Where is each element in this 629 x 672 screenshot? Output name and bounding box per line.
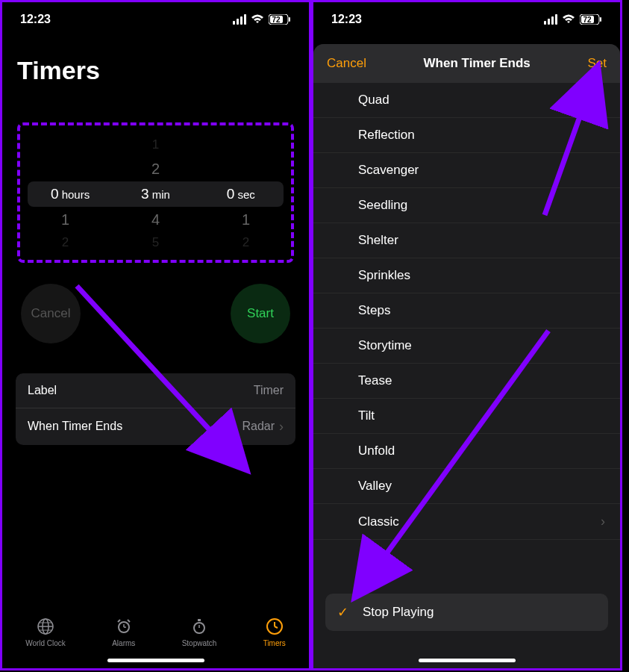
svg-line-14 [128,620,130,622]
sound-item[interactable]: Scavenger [313,153,620,188]
svg-line-13 [118,620,120,622]
label-row[interactable]: Label Timer [16,373,295,408]
cellular-icon [544,14,557,25]
cancel-button[interactable]: Cancel [21,284,81,343]
sound-item[interactable]: Seedling [313,188,620,223]
chevron-right-icon: › [279,419,284,435]
sheet-title: When Timer Ends [424,56,531,71]
sheet-header: Cancel When Timer Ends Set [313,44,620,83]
timer-icon [265,617,284,636]
options-group: Label Timer When Timer Ends Radar› [16,373,295,445]
stop-playing-section: ✓ Stop Playing [325,594,608,631]
chevron-right-icon: › [601,514,605,529]
picker-row-above1[interactable]: 2 [20,156,291,181]
home-indicator[interactable] [419,659,516,662]
sound-item[interactable]: Shelter [313,223,620,258]
set-button[interactable]: Set [587,56,607,71]
status-bar: 12:23 72 [2,2,309,34]
home-indicator[interactable] [107,659,204,662]
status-time: 12:23 [20,13,51,26]
status-right: 72 [233,14,291,25]
battery-icon: 72 [580,14,602,25]
start-button[interactable]: Start [231,284,290,343]
alarm-icon [114,617,134,636]
sound-item[interactable]: Unfold [313,434,620,469]
tab-alarms[interactable]: Alarms [112,617,135,647]
sound-item[interactable]: Classic› [313,504,620,540]
sound-item[interactable]: Tease [313,364,620,399]
cellular-icon [233,14,246,25]
sound-item[interactable]: Quad [313,83,620,118]
screenshot-left: 12:23 72 Timers 1 2 0hours 3min 0sec 1 4… [0,0,311,671]
status-bar: 12:23 72 [313,2,620,34]
modal-sheet: Cancel When Timer Ends Set QuadReflectio… [313,44,620,668]
stopwatch-icon [190,617,209,636]
sound-item[interactable]: Valley [313,469,620,504]
tab-stopwatch[interactable]: Stopwatch [182,617,217,647]
svg-text:72: 72 [272,16,281,24]
picker-row-below1[interactable]: 1 4 1 [20,207,291,232]
svg-line-21 [275,626,278,628]
time-picker-highlight: 1 2 0hours 3min 0sec 1 4 1 2 5 2 [17,122,294,263]
sound-item[interactable]: Sprinkles [313,258,620,293]
svg-text:72: 72 [583,16,592,24]
status-right: 72 [544,14,602,25]
stop-playing-label: Stop Playing [363,605,434,620]
picker-row-below2[interactable]: 2 5 2 [20,232,291,254]
tab-timers[interactable]: Timers [263,617,286,647]
sound-list[interactable]: QuadReflectionScavengerSeedlingShelterSp… [313,83,620,576]
label-row-value: Timer [254,384,284,397]
svg-rect-25 [600,17,601,22]
button-row: Cancel Start [2,270,309,366]
status-time: 12:23 [331,13,362,26]
label-row-title: Label [28,384,57,397]
page-title: Timers [2,34,309,100]
ends-row-value: Radar [242,420,275,433]
svg-rect-2 [289,17,290,22]
svg-rect-18 [198,619,201,621]
ends-row-title: When Timer Ends [28,420,122,433]
battery-icon: 72 [269,14,291,25]
wifi-icon [251,14,264,25]
stop-playing-row[interactable]: ✓ Stop Playing [325,594,608,631]
screenshot-right: 12:23 72 Cancel When Timer Ends Set Quad… [311,0,622,671]
checkmark-icon: ✓ [337,604,352,620]
sound-item[interactable]: Steps [313,293,620,329]
tab-world-clock[interactable]: World Clock [25,617,66,647]
when-timer-ends-row[interactable]: When Timer Ends Radar› [16,408,295,445]
sound-item[interactable]: Reflection [313,118,620,153]
cancel-button[interactable]: Cancel [327,56,366,71]
picker-selected[interactable]: 0hours 3min 0sec [28,181,284,207]
sound-item[interactable]: Tilt [313,399,620,434]
wifi-icon [562,14,575,25]
picker-row-above2[interactable]: 1 [20,134,291,156]
sound-item[interactable]: Storytime [313,329,620,364]
globe-icon [36,617,55,636]
